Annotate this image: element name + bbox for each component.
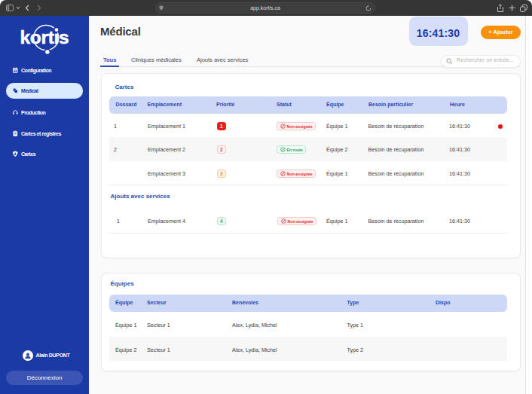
svg-text:kortıs: kortıs <box>20 27 69 47</box>
